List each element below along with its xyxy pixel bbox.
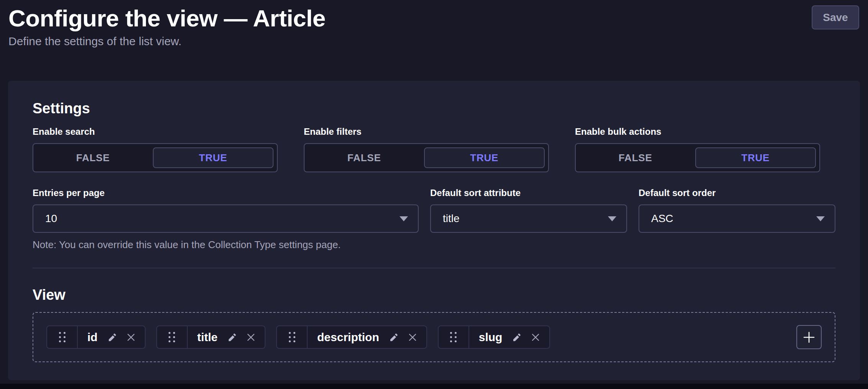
settings-panel: Settings Enable search FALSE TRUE Enable… — [8, 81, 860, 380]
enable-filters-true-option[interactable]: TRUE — [424, 147, 545, 168]
add-field-button[interactable] — [796, 325, 822, 349]
drag-handle-icon[interactable] — [47, 326, 78, 348]
edit-field-button[interactable] — [108, 333, 117, 342]
toggle-label: Enable filters — [304, 126, 549, 137]
field-chip-title: title — [156, 325, 265, 349]
select-value: 10 — [45, 212, 57, 225]
drag-handle-icon[interactable] — [157, 326, 188, 348]
select-label: Default sort order — [639, 187, 835, 199]
select-value: title — [443, 212, 460, 225]
remove-field-button[interactable] — [408, 333, 417, 342]
default-sort-attribute-select[interactable]: title — [430, 204, 627, 233]
toggles-row: Enable search FALSE TRUE Enable filters … — [33, 126, 835, 172]
entries-per-page-field: Entries per page 10 — [33, 187, 419, 233]
page-subtitle: Define the settings of the list view. — [8, 35, 859, 48]
page-title: Configure the view — Article — [8, 3, 859, 34]
enable-search-toggle: FALSE TRUE — [33, 143, 278, 172]
drag-handle-icon[interactable] — [439, 326, 469, 348]
enable-search-true-option[interactable]: TRUE — [153, 147, 274, 168]
select-value: ASC — [651, 212, 673, 225]
default-sort-attribute-field: Default sort attribute title — [430, 187, 627, 233]
field-chip-id: id — [46, 325, 146, 349]
pencil-icon — [228, 333, 237, 342]
default-sort-order-field: Default sort order ASC — [639, 187, 835, 233]
toggle-label: Enable bulk actions — [575, 126, 820, 137]
pencil-icon — [108, 333, 117, 342]
toggle-enable-search: Enable search FALSE TRUE — [33, 126, 278, 172]
close-icon — [531, 333, 540, 342]
field-chip-label: id — [87, 331, 98, 344]
field-chip-label: title — [197, 331, 218, 344]
caret-down-icon — [608, 216, 616, 221]
enable-filters-false-option[interactable]: FALSE — [305, 144, 424, 172]
pencil-icon — [512, 333, 521, 342]
field-chip-slug: slug — [438, 325, 550, 349]
toggle-enable-filters: Enable filters FALSE TRUE — [304, 126, 549, 172]
field-chip-description: description — [276, 325, 427, 349]
section-divider — [33, 268, 835, 268]
plus-icon — [802, 331, 816, 344]
save-button[interactable]: Save — [812, 5, 859, 29]
enable-search-false-option[interactable]: FALSE — [33, 144, 153, 172]
toggle-label: Enable search — [33, 126, 278, 137]
field-chip-label: description — [317, 331, 379, 344]
default-sort-order-select[interactable]: ASC — [639, 204, 835, 233]
close-icon — [408, 333, 417, 342]
close-icon — [247, 333, 255, 342]
edit-field-button[interactable] — [389, 333, 398, 342]
close-icon — [127, 333, 135, 342]
settings-heading: Settings — [33, 100, 835, 117]
window-bottom-edge — [0, 384, 868, 389]
edit-field-button[interactable] — [228, 333, 237, 342]
remove-field-button[interactable] — [531, 333, 540, 342]
toggle-enable-bulk-actions: Enable bulk actions FALSE TRUE — [575, 126, 820, 172]
select-label: Entries per page — [33, 187, 419, 199]
remove-field-button[interactable] — [127, 333, 135, 342]
page-header: Configure the view — Article Define the … — [0, 0, 868, 48]
entries-per-page-select[interactable]: 10 — [33, 204, 419, 233]
edit-field-button[interactable] — [512, 333, 521, 342]
enable-bulk-actions-false-option[interactable]: FALSE — [576, 144, 695, 172]
remove-field-button[interactable] — [247, 333, 255, 342]
drag-handle-icon[interactable] — [277, 326, 308, 348]
caret-down-icon — [816, 216, 825, 221]
select-label: Default sort attribute — [430, 187, 627, 199]
enable-bulk-actions-true-option[interactable]: TRUE — [695, 147, 816, 168]
pencil-icon — [389, 333, 398, 342]
selects-row: Entries per page 10 Default sort attribu… — [33, 187, 835, 233]
field-chip-label: slug — [479, 331, 503, 344]
caret-down-icon — [400, 216, 408, 221]
field-list-dropzone: id title — [33, 312, 835, 362]
enable-filters-toggle: FALSE TRUE — [304, 143, 549, 172]
enable-bulk-actions-toggle: FALSE TRUE — [575, 143, 820, 172]
entries-per-page-note: Note: You can override this value in the… — [33, 239, 835, 251]
view-heading: View — [33, 287, 835, 303]
